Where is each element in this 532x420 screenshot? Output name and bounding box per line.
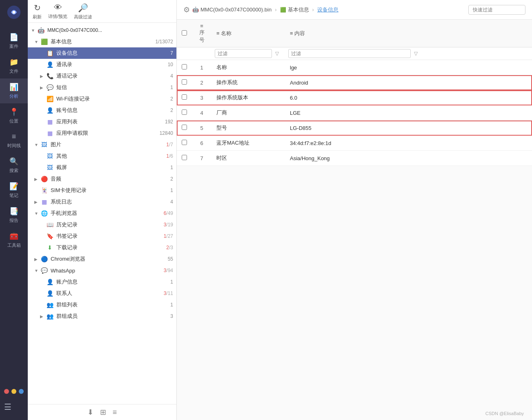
nav-item-timeline[interactable]: ≡ 时间线 xyxy=(0,128,28,153)
table-row: 2 操作系统 Android xyxy=(177,75,532,90)
nav-item-notes[interactable]: 📝 笔记 xyxy=(0,178,28,203)
audio-icon: 🔴 xyxy=(40,175,48,183)
tree-count-wa-contacts-slash: /11 xyxy=(166,290,173,296)
table-row: 7 时区 Asia/Hong_Kong xyxy=(177,151,532,166)
breadcrumb-path3[interactable]: 设备信息 xyxy=(317,6,338,13)
tree-item-account[interactable]: ▶ 👤 账号信息 2 xyxy=(28,105,176,116)
wa-groups-icon: 👥 xyxy=(46,301,54,309)
tree-item-wifi[interactable]: ▶ 📶 Wi-Fi连接记录 2 xyxy=(28,93,176,105)
nav-item-toolbox[interactable]: 🧰 工具箱 xyxy=(0,228,28,252)
breadcrumb-label-1: MMC(0x0-0x0747C00000).bin xyxy=(200,7,272,13)
tree-item-app-perms[interactable]: ▶ ▦ 应用申请权限 12840 xyxy=(28,127,176,139)
row-content: Asia/Hong_Kong xyxy=(285,151,532,166)
row-seq: 2 xyxy=(192,75,211,90)
tree-item-device-info[interactable]: ▶ 📋 设备信息 7 xyxy=(28,47,176,59)
row-name: 操作系统版本 xyxy=(211,90,285,105)
tree-item-whatsapp[interactable]: ▼ 💬 WhatsApp 3 /94 xyxy=(28,265,176,276)
toolbox-icon: 🧰 xyxy=(9,232,18,241)
quick-filter-input[interactable] xyxy=(468,5,525,15)
teal-icon: 🟩 xyxy=(280,7,286,13)
sidebar-btn-list[interactable]: ≡ xyxy=(113,408,117,417)
table-container: ≡ 序号 ≡ 名称 ≡ 内容 ▽ xyxy=(177,20,532,420)
data-table: ≡ 序号 ≡ 名称 ≡ 内容 ▽ xyxy=(177,20,532,166)
tree-item-downloads[interactable]: ▶ ⬇ 下载记录 2 /3 xyxy=(28,242,176,253)
tree-label-call-log: 通话记录 xyxy=(56,72,169,80)
row-checkbox[interactable] xyxy=(182,109,187,115)
tree-label-downloads: 下载记录 xyxy=(56,244,165,251)
filter-content-input[interactable] xyxy=(288,49,411,58)
row-checkbox[interactable] xyxy=(182,125,187,130)
row-name: 型号 xyxy=(211,121,285,136)
tree-item-syslog[interactable]: ▶ ▦ 系统日志 4 xyxy=(28,196,176,208)
sidebar-btn-add[interactable]: ⬇ xyxy=(87,408,93,417)
nav-item-analysis[interactable]: 📊 分析 xyxy=(0,78,28,103)
nav-item-location[interactable]: 📍 位置 xyxy=(0,103,28,128)
tree-label-wa-members: 群组成员 xyxy=(56,313,169,320)
tree-item-audio[interactable]: ▶ 🔴 音频 2 xyxy=(28,173,176,185)
filter-row: ▽ ▽ xyxy=(177,47,532,60)
row-checkbox[interactable] xyxy=(182,155,187,160)
sim-icon: 🃏 xyxy=(40,186,48,194)
nav-label-notes: 笔记 xyxy=(9,192,18,199)
tree-item-call-log[interactable]: ▶ 📞 通话记录 4 xyxy=(28,70,176,82)
main-header: ⚙ 🤖 MMC(0x0-0x0747C00000).bin › 🟩 基本信息 ›… xyxy=(177,0,532,20)
tree-item-wa-members[interactable]: ▶ 👥 群组成员 3 xyxy=(28,311,176,322)
select-all-checkbox[interactable] xyxy=(182,30,187,36)
tree-item-mobile-browser[interactable]: ▼ 🌐 手机浏览器 6 /49 xyxy=(28,208,176,219)
tree-item-chrome[interactable]: ▶ 🔵 Chrome浏览器 55 xyxy=(28,253,176,265)
tree-item-sim[interactable]: ▶ 🃏 SIM卡使用记录 1 xyxy=(28,185,176,196)
sidebar-btn-grid[interactable]: ⊞ xyxy=(100,408,106,417)
row-checkbox[interactable] xyxy=(182,79,187,85)
breadcrumb-sep2: › xyxy=(312,7,314,13)
tree-count-wa-groups: 1 xyxy=(170,302,173,308)
tree-item-images[interactable]: ▼ 🖼 图片 1 /7 xyxy=(28,139,176,150)
tree-item-sms[interactable]: ▶ 💬 短信 1 xyxy=(28,82,176,93)
table-row: 1 名称 lge xyxy=(177,60,532,75)
filter-name-input[interactable] xyxy=(215,49,272,58)
nav-item-search[interactable]: 🔍 搜索 xyxy=(0,153,28,178)
seq-col-label: ≡ 序号 xyxy=(197,23,207,44)
tree-item-wa-account[interactable]: ▶ 👤 账户信息 1 xyxy=(28,276,176,288)
tree-count-call-log: 4 xyxy=(170,73,173,79)
tree-count-contacts: 10 xyxy=(168,62,173,67)
detail-preview-button[interactable]: 👁 详情/预览 xyxy=(48,3,67,20)
filter-funnel-icon[interactable]: ▽ xyxy=(275,51,279,56)
bookmarks-icon: 🔖 xyxy=(46,232,54,240)
row-checkbox[interactable] xyxy=(182,140,187,145)
tree-item-screenshots[interactable]: ▶ 🖼 截屏 1 xyxy=(28,162,176,173)
tree-root[interactable]: ▼ 🤖 MMC(0x0-0x0747C000... xyxy=(28,25,176,36)
tree-count-history-slash: /19 xyxy=(166,222,173,228)
nav-item-report[interactable]: 📑 报告 xyxy=(0,203,28,228)
row-content: 34:4d:f7:e2:8e:1d xyxy=(285,136,532,151)
tree-item-app-list[interactable]: ▶ ▦ 应用列表 192 xyxy=(28,116,176,127)
tree-count-sms: 1 xyxy=(170,85,173,90)
refresh-button[interactable]: ↻ 刷新 xyxy=(33,3,42,20)
advanced-filter-button[interactable]: 🔎 高级过滤 xyxy=(74,3,92,20)
tree-item-wa-contacts[interactable]: ▶ 👤 联系人 3 /11 xyxy=(28,288,176,299)
nav-menu-icon[interactable]: ☰ xyxy=(4,398,24,416)
tree-count-downloads-red: 2 xyxy=(166,245,169,250)
tree-item-contacts[interactable]: ▶ 👤 通讯录 10 xyxy=(28,59,176,70)
tree-item-bookmarks[interactable]: ▶ 🔖 书签记录 1 /27 xyxy=(28,230,176,242)
row-checkbox[interactable] xyxy=(182,94,187,100)
filter-content-funnel-icon[interactable]: ▽ xyxy=(414,51,418,56)
content-col-label: ≡ 内容 xyxy=(290,30,305,37)
header-name: ≡ 名称 xyxy=(211,20,285,47)
tree-item-images-other[interactable]: ▶ 🖼 其他 1 /6 xyxy=(28,150,176,162)
tree-item-wa-groups[interactable]: ▶ 👥 群组列表 1 xyxy=(28,299,176,311)
row-checkbox[interactable] xyxy=(182,64,187,69)
dot-blue[interactable] xyxy=(19,389,24,394)
arrow-down-icon: ▼ xyxy=(34,268,40,273)
tree-count-audio: 2 xyxy=(170,176,173,182)
nav-item-files[interactable]: 📁 文件 xyxy=(0,54,28,78)
tree-count-sim: 1 xyxy=(170,188,173,193)
images-icon: 🖼 xyxy=(40,141,48,149)
dot-red[interactable] xyxy=(4,389,9,394)
dot-yellow[interactable] xyxy=(11,389,16,394)
nav-item-cases[interactable]: 📄 案件 xyxy=(0,29,28,54)
filter-checkbox-cell xyxy=(177,47,192,60)
tree-item-history[interactable]: ▶ 📖 历史记录 3 /19 xyxy=(28,219,176,230)
tree-item-basic-info[interactable]: ▼ 🟩 基本信息 1/13072 xyxy=(28,36,176,47)
tree-label-bookmarks: 书签记录 xyxy=(56,232,162,240)
breadcrumb-label-3: 设备信息 xyxy=(317,6,338,13)
